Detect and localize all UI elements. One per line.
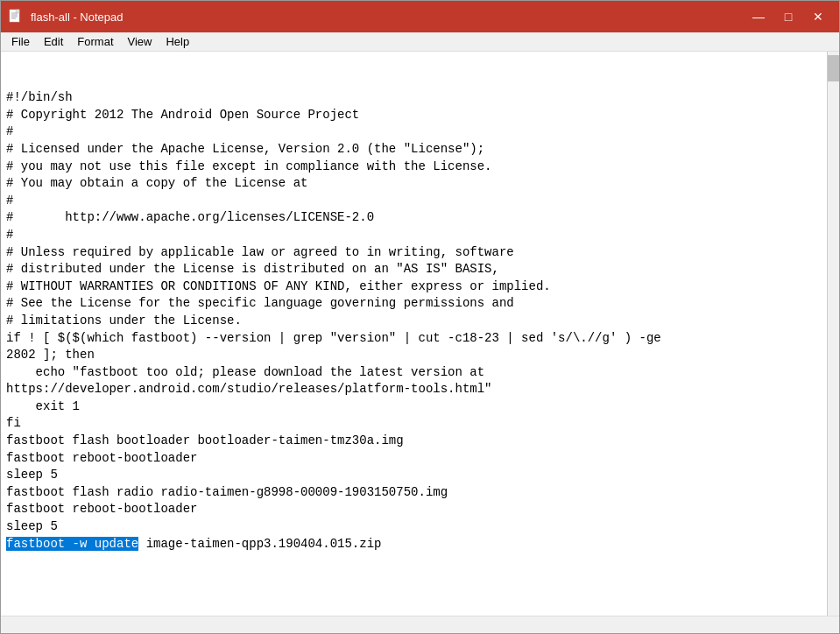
window-title: flash-all - Notepad [31, 11, 745, 24]
maximize-button[interactable]: □ [774, 4, 802, 29]
text-line: # http://www.apache.org/licenses/LICENSE… [6, 209, 822, 227]
editor-area: #!/bin/sh# Copyright 2012 The Android Op… [1, 52, 839, 616]
text-line: # [6, 193, 822, 210]
menu-help[interactable]: Help [159, 33, 196, 50]
text-line: fastboot flash bootloader bootloader-tai… [6, 433, 822, 450]
text-line: fastboot reboot-bootloader [6, 450, 822, 468]
text-editor[interactable]: #!/bin/sh# Copyright 2012 The Android Op… [1, 52, 827, 616]
svg-rect-1 [16, 10, 19, 13]
text-line: fi [6, 415, 822, 433]
text-line: sleep 5 [6, 518, 822, 536]
menu-file[interactable]: File [4, 33, 37, 50]
text-line: fastboot -w update image-taimen-qpp3.190… [6, 536, 822, 553]
normal-text: image-taimen-qpp3.190404.015.zip [138, 537, 381, 551]
text-line: # [6, 123, 822, 141]
status-bar [1, 616, 839, 633]
text-line: # WITHOUT WARRANTIES OR CONDITIONS OF AN… [6, 278, 822, 296]
window-controls: — □ ✕ [745, 4, 832, 29]
menu-edit[interactable]: Edit [37, 33, 70, 50]
minimize-button[interactable]: — [745, 4, 773, 29]
text-line: sleep 5 [6, 467, 822, 484]
text-line: # [6, 227, 822, 244]
app-icon [8, 9, 24, 25]
scrollbar-thumb[interactable] [828, 55, 839, 81]
vertical-scrollbar[interactable] [827, 52, 839, 616]
text-line: fastboot flash radio radio-taimen-g8998-… [6, 484, 822, 502]
menu-bar: File Edit Format View Help [1, 32, 839, 52]
text-line: # Copyright 2012 The Android Open Source… [6, 107, 822, 124]
highlighted-text: fastboot -w update [6, 537, 138, 551]
text-line: # See the License for the specific langu… [6, 295, 822, 313]
text-line: # distributed under the License is distr… [6, 261, 822, 278]
text-line: if ! [ $($(which fastboot) --version | g… [6, 330, 822, 348]
text-line: https://developer.android.com/studio/rel… [6, 381, 822, 398]
menu-view[interactable]: View [121, 33, 159, 50]
text-line: # You may obtain a copy of the License a… [6, 175, 822, 193]
notepad-window: flash-all - Notepad — □ ✕ File Edit Form… [0, 0, 840, 634]
text-line: 2802 ]; then [6, 347, 822, 364]
text-line: # you may not use this file except in co… [6, 158, 822, 176]
title-bar: flash-all - Notepad — □ ✕ [1, 1, 839, 32]
text-line: fastboot reboot-bootloader [6, 501, 822, 518]
text-line: echo "fastboot too old; please download … [6, 364, 822, 382]
close-button[interactable]: ✕ [804, 4, 832, 29]
text-line: exit 1 [6, 398, 822, 416]
text-line: # Unless required by applicable law or a… [6, 244, 822, 262]
text-line: #!/bin/sh [6, 89, 822, 107]
menu-format[interactable]: Format [70, 33, 120, 50]
text-line: # Licensed under the Apache License, Ver… [6, 141, 822, 158]
text-line: # limitations under the License. [6, 313, 822, 330]
